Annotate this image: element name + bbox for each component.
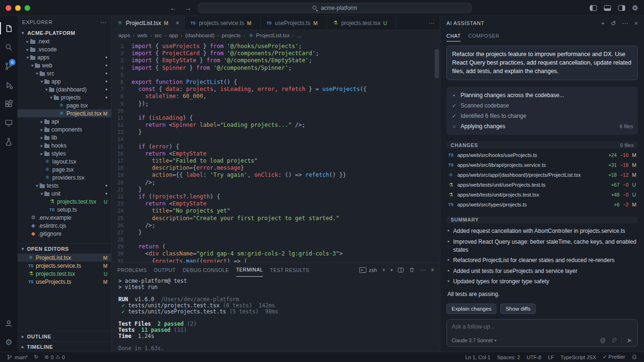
activity-accounts[interactable] [0,314,17,333]
tree-item[interactable]: ⚛page.tsx [17,101,111,109]
status-item[interactable]: LF [546,354,556,360]
explain-changes-button[interactable]: Explain changes [446,304,496,314]
activity-extensions[interactable] [0,94,17,113]
open-editor-item[interactable]: ⚗projects.test.tsxU [17,270,111,278]
assistant-close-icon[interactable]: × [634,20,638,27]
close-window-button[interactable] [6,5,11,11]
tree-item[interactable]: ▾projects● [17,93,111,101]
open-editor-item[interactable]: ⚛ProjectList.tsxM [17,254,111,262]
attach-icon[interactable] [611,337,617,344]
mention-icon[interactable]: @ [600,337,606,344]
status-item[interactable]: Spaces: 2 [495,354,522,360]
change-row[interactable]: ⚛apps/web/src/app/(dashboard)/projects/P… [446,170,638,180]
maximize-window-button[interactable] [25,5,30,11]
toggle-sidebar-icon[interactable] [590,5,597,11]
tree-item[interactable]: ▸.vscode [17,45,111,53]
breadcrumb-item[interactable]: projects [222,33,240,38]
change-row[interactable]: TSapps/web/src/lib/api/projects.service.… [446,160,638,170]
tree-item[interactable]: ▾src● [17,69,111,77]
change-row[interactable]: ⚗apps/web/tests/unit/projects.test.tsx+4… [446,190,638,200]
terminal-output[interactable]: > acme-platform@ test> vitest run RUN v1… [112,277,440,352]
tree-item[interactable]: ▸components [17,125,111,133]
outline-header[interactable]: ▸ OUTLINE [17,331,111,341]
tree-item[interactable]: ◆.gitignore [17,230,111,238]
activity-run-debug[interactable] [0,75,17,94]
open-editors-header[interactable]: ▾ OPEN EDITORS [17,243,111,254]
breadcrumb-item[interactable]: (dashboard) [185,33,215,38]
tree-item[interactable]: ▾apps● [17,53,111,61]
editor-tab-useProjects.ts[interactable]: TSuseProjects.tsM [261,16,327,30]
tree-item[interactable]: ⚛providers.tsx [17,173,111,181]
send-icon[interactable] [627,337,633,344]
workspace-root-row[interactable]: ▾ ACME-PLATFORM [17,28,111,37]
terminal-dropdown-icon[interactable]: ▾ [390,268,393,272]
activity-source-control[interactable]: 6 [0,57,17,75]
breadcrumb-item[interactable]: src [155,33,162,38]
tree-item[interactable]: ▾app● [17,77,111,85]
activity-remote-explorer[interactable] [0,113,17,132]
tree-item[interactable]: ▾(dashboard)● [17,85,111,93]
tree-item[interactable]: ▸styles [17,149,111,157]
breadcrumb-item[interactable]: web [137,33,147,38]
change-row[interactable]: ⚗apps/web/tests/unit/useProjects.test.ts… [446,180,638,190]
editor-tab-ProjectList.tsx[interactable]: ⚛ProjectList.tsxM× [112,16,185,30]
tree-item[interactable]: ▸lib [17,133,111,141]
status-item[interactable]: TypeScript JSX [559,354,598,360]
terminal-shell-selector[interactable]: >_ zsh [359,267,377,273]
panel-close-icon[interactable]: × [431,267,434,273]
tree-item[interactable]: ▸api [17,117,111,125]
notifications-indicator[interactable] [629,354,639,360]
editor-tab-projects.test.tsx[interactable]: ⚗projects.test.tsxU [327,16,396,30]
tree-item[interactable]: ⚙.env.example [17,214,111,222]
status-item[interactable]: ✓ Prettier [601,354,627,360]
command-center-search[interactable]: acme-platform [198,3,471,13]
breadcrumb-item[interactable]: apps [118,33,130,38]
tab-composer[interactable]: COMPOSER [468,30,499,41]
open-editor-item[interactable]: TSprojects.service.tsM [17,262,111,270]
minimize-window-button[interactable] [15,5,21,11]
activity-explorer[interactable] [0,19,17,38]
tree-item[interactable]: ⚛page.tsx [17,165,111,173]
trash-icon[interactable] [409,267,415,273]
toggle-panel-icon[interactable] [604,5,611,11]
new-terminal-icon[interactable]: + [382,267,385,273]
problems-indicator[interactable]: ⊘ 0 ⚠ 0 [42,354,66,360]
panel-tab-test-results[interactable]: TEST RESULTS [270,263,309,277]
code-editor[interactable]: 1import { useProjects } from '@/hooks/us… [112,41,440,263]
tree-item[interactable]: ⚛ProjectList.tsxM [17,109,111,117]
split-terminal-icon[interactable] [398,268,404,272]
tree-item[interactable]: TSsetup.ts [17,206,111,214]
editor-tab-projects.service.ts[interactable]: TSprojects.service.tsM [185,16,261,30]
settings-gear-icon[interactable]: ⚙ [632,4,638,11]
panel-tab-terminal[interactable]: TERMINAL [236,263,263,277]
history-icon[interactable]: ↺ [611,20,616,27]
sync-indicator[interactable]: ↻ [32,354,40,360]
model-selector[interactable]: Claude 3.7 Sonnet ▾ [452,337,496,343]
tree-item[interactable]: ▾web● [17,61,111,69]
tree-item[interactable]: ▸.next [17,37,111,45]
assistant-more-icon[interactable]: ⋯ [622,20,628,27]
followup-input[interactable] [452,323,633,336]
panel-tab-output[interactable]: OUTPUT [154,263,175,277]
tab-strip-more-icon[interactable]: ⋯ [423,16,440,30]
tree-item[interactable]: ⚛layout.tsx [17,157,111,165]
forward-icon[interactable]: → [184,4,191,12]
change-row[interactable]: TSapps/web/src/hooks/useProjects.ts+24−1… [446,150,638,160]
breadcrumb-item[interactable]: app [169,33,178,38]
tab-chat[interactable]: CHAT [446,30,461,41]
close-icon[interactable]: × [176,20,179,26]
status-item[interactable]: UTF-8 [525,354,543,360]
breadcrumb-item[interactable]: ⚛ProjectList.tsx [248,33,290,39]
tree-item[interactable]: ◈.eslintrc.cjs [17,222,111,230]
panel-tab-problems[interactable]: PROBLEMS [117,263,147,277]
tree-item[interactable]: ⚗projects.test.tsxU [17,197,111,206]
back-icon[interactable]: ← [170,4,177,12]
activity-search[interactable] [0,38,17,57]
status-item[interactable]: Ln 1, Col 1 [463,354,492,360]
tree-item[interactable]: ▾tests● [17,181,111,189]
activity-testing[interactable] [0,132,17,151]
open-editor-item[interactable]: TSuseProjects.tsM [17,278,111,286]
tree-item[interactable]: ▸hooks [17,141,111,149]
branch-indicator[interactable]: main* [5,354,30,360]
panel-more-icon[interactable]: ⋯ [420,267,426,273]
